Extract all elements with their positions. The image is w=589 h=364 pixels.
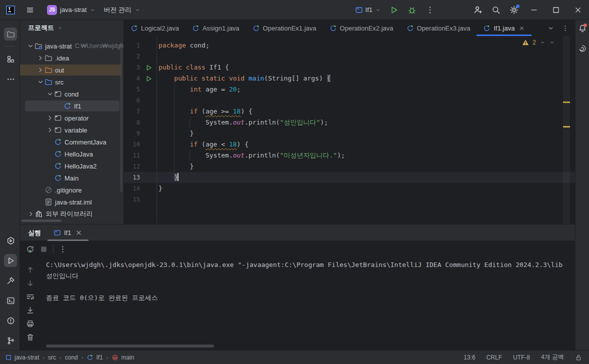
code-line-9[interactable]: } bbox=[157, 128, 575, 139]
code-line-14[interactable]: } bbox=[157, 183, 575, 194]
warning-stripe-mark[interactable] bbox=[563, 102, 570, 103]
more-actions-icon[interactable] bbox=[426, 6, 434, 14]
tree-item-외부 라이브러리[interactable]: 외부 라이브러리 bbox=[20, 208, 124, 220]
code-line-5[interactable]: int age = 20; bbox=[157, 84, 575, 95]
build-toolwindow-button[interactable] bbox=[4, 274, 17, 287]
code-line-10[interactable]: if (age < 18) { bbox=[157, 139, 575, 150]
services-toolwindow-button[interactable] bbox=[4, 234, 17, 247]
soft-wrap-button[interactable] bbox=[26, 292, 34, 301]
breadcrumb-item-java-strat[interactable]: java-strat bbox=[5, 354, 39, 361]
close-icon[interactable] bbox=[75, 229, 82, 236]
chevron-down-icon[interactable] bbox=[26, 42, 34, 50]
breadcrumb-item-main[interactable]: mmain bbox=[112, 354, 134, 361]
code-line-6[interactable] bbox=[157, 95, 575, 106]
tree-item-operator[interactable]: operator bbox=[20, 112, 124, 124]
editor-tab-Logical2[interactable]: Logical2.java bbox=[124, 20, 186, 36]
line-ending[interactable]: CRLF bbox=[486, 354, 502, 361]
run-configuration-widget[interactable]: If1 bbox=[351, 4, 385, 16]
next-warning-icon[interactable] bbox=[549, 40, 555, 46]
chevron-right-icon[interactable] bbox=[27, 210, 35, 218]
tree-horizontal-scrollbar[interactable] bbox=[22, 220, 62, 222]
tree-item-java-strat[interactable]: java-stratC:₩Users₩wjdgh bbox=[20, 40, 124, 52]
run-button[interactable] bbox=[390, 6, 398, 14]
warning-stripe-mark[interactable] bbox=[563, 126, 570, 128]
tree-item-variable[interactable]: variable bbox=[20, 124, 124, 136]
editor-tab-OperationEx3[interactable]: OperationEx3.java bbox=[400, 20, 477, 36]
breadcrumb-item-cond[interactable]: cond bbox=[65, 354, 78, 361]
editor-tab-Assign1[interactable]: Assign1.java bbox=[186, 20, 246, 36]
editor-scrollbar[interactable] bbox=[563, 36, 570, 224]
ai-assistant-icon[interactable] bbox=[578, 44, 587, 53]
code-line-2[interactable] bbox=[157, 51, 575, 62]
stop-button[interactable] bbox=[40, 245, 48, 254]
run-tab[interactable]: If1 bbox=[46, 224, 90, 241]
code-line-4[interactable]: public static void main(String[] args) { bbox=[157, 73, 575, 84]
code-line-7[interactable]: if (age >= 18) { bbox=[157, 106, 575, 117]
project-widget[interactable]: JS java-strat bbox=[43, 3, 100, 17]
project-panel-header[interactable]: 프로젝트 bbox=[20, 20, 124, 36]
tree-vertical-scrollbar[interactable] bbox=[120, 42, 122, 192]
code-line-1[interactable]: package cond; bbox=[157, 40, 575, 51]
hide-tabs-chevron-icon[interactable] bbox=[547, 24, 554, 32]
breadcrumb-item-src[interactable]: src bbox=[48, 354, 56, 361]
chevron-down-icon[interactable] bbox=[46, 90, 54, 98]
tree-item-HelloJava2[interactable]: HelloJava2 bbox=[20, 160, 124, 172]
debug-button[interactable] bbox=[408, 6, 416, 14]
code-with-me-icon[interactable] bbox=[474, 6, 482, 14]
scroll-to-end-button[interactable] bbox=[26, 306, 34, 314]
close-button[interactable] bbox=[567, 0, 589, 20]
breadcrumb-item-If1[interactable]: If1 bbox=[86, 354, 102, 361]
tree-item-src[interactable]: src bbox=[20, 76, 124, 88]
tree-item-.idea[interactable]: .idea bbox=[20, 52, 124, 64]
caret-position[interactable]: 13:6 bbox=[464, 354, 475, 361]
run-toolwindow-button[interactable] bbox=[4, 254, 17, 267]
code-line-12[interactable]: } bbox=[157, 161, 575, 172]
encoding[interactable]: UTF-8 bbox=[513, 354, 530, 361]
tree-item-.gitignore[interactable]: .gitignore bbox=[20, 184, 124, 196]
tree-item-If1[interactable]: If1 bbox=[20, 100, 124, 112]
editor-tab-OperationEx2[interactable]: OperationEx2.java bbox=[323, 20, 400, 36]
tree-item-Main[interactable]: Main bbox=[20, 172, 124, 184]
chevron-right-icon[interactable] bbox=[46, 126, 54, 134]
more-toolwindows-button[interactable] bbox=[4, 72, 17, 86]
code-line-15[interactable] bbox=[157, 194, 575, 205]
chevron-right-icon[interactable] bbox=[36, 66, 44, 74]
editor-tab-If1[interactable]: If1.java bbox=[476, 20, 532, 36]
prev-warning-icon[interactable] bbox=[540, 40, 546, 46]
code-editor[interactable]: 123456789101112131415 package cond;publi… bbox=[124, 36, 575, 224]
vcs-widget[interactable]: 버전 관리 bbox=[100, 4, 144, 16]
clear-console-button[interactable] bbox=[26, 333, 34, 342]
chevron-right-icon[interactable] bbox=[46, 114, 54, 122]
console-output[interactable]: C:\Users\wjdgh\.jdks\openjdk-23.0.1\bin\… bbox=[46, 260, 575, 344]
terminal-toolwindow-button[interactable] bbox=[4, 294, 17, 307]
close-icon[interactable] bbox=[518, 25, 525, 32]
code-line-13[interactable]: } bbox=[157, 172, 575, 183]
version-control-toolwindow-button[interactable] bbox=[4, 334, 17, 347]
notifications-button[interactable] bbox=[578, 24, 587, 33]
chevron-down-icon[interactable] bbox=[36, 78, 44, 86]
run-options-icon[interactable] bbox=[58, 245, 67, 254]
code-line-3[interactable]: public class If1 { bbox=[157, 62, 575, 73]
run-line-icon[interactable] bbox=[145, 75, 152, 82]
tree-item-cond[interactable]: cond bbox=[20, 88, 124, 100]
chevron-right-icon[interactable] bbox=[36, 54, 44, 62]
code-line-8[interactable]: System.out.println("성인입니다"); bbox=[157, 117, 575, 128]
minimize-button[interactable] bbox=[523, 0, 545, 20]
editor-tab-OperationEx1[interactable]: OperationEx1.java bbox=[246, 20, 323, 36]
rerun-button[interactable] bbox=[26, 245, 34, 254]
tree-item-java-strat.iml[interactable]: java-strat.iml bbox=[20, 196, 124, 208]
indent-setting[interactable]: 4개 공백 bbox=[541, 353, 564, 362]
tree-item-out[interactable]: out bbox=[20, 64, 124, 76]
lock-icon[interactable] bbox=[575, 354, 582, 361]
project-toolwindow-button[interactable] bbox=[4, 28, 17, 40]
prev-occurrence-button[interactable] bbox=[26, 266, 34, 274]
code-line-11[interactable]: System.out.println("미성년자입니다."); bbox=[157, 150, 575, 161]
tree-item-CommentJava[interactable]: CommentJava bbox=[20, 136, 124, 148]
editor-code-area[interactable]: package cond;public class If1 { public s… bbox=[156, 36, 575, 224]
search-everywhere-icon[interactable] bbox=[492, 6, 500, 14]
settings-button[interactable] bbox=[510, 6, 518, 14]
main-menu-icon[interactable] bbox=[26, 6, 34, 14]
tree-item-HelloJava[interactable]: HelloJava bbox=[20, 148, 124, 160]
next-occurrence-button[interactable] bbox=[26, 279, 34, 288]
problems-toolwindow-button[interactable] bbox=[4, 314, 17, 327]
